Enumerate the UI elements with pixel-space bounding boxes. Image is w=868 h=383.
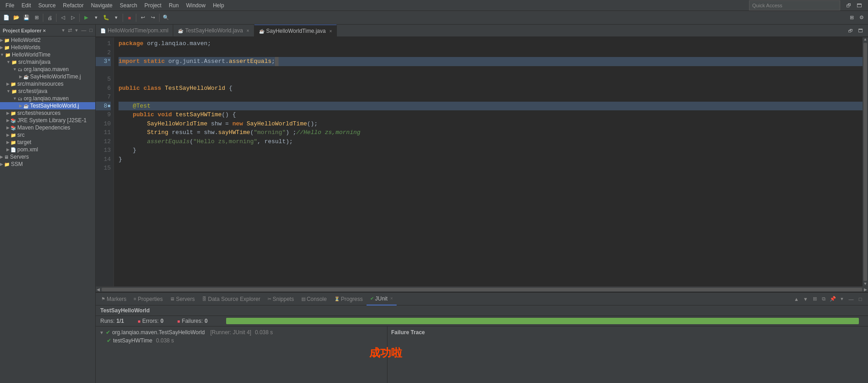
bottom-up-btn[interactable]: ▲: [792, 295, 801, 303]
menu-refactor[interactable]: Refactor: [59, 1, 87, 10]
bottom-min-btn[interactable]: —: [847, 295, 855, 303]
tree-expander[interactable]: ▼: [13, 67, 17, 72]
tree-item[interactable]: ▶📁src: [0, 131, 95, 139]
sidebar-link-btn[interactable]: ⇄: [68, 27, 72, 33]
run-dropdown[interactable]: ▾: [92, 13, 101, 22]
editor-max-btn[interactable]: 🗖: [856, 26, 865, 35]
tree-expander[interactable]: ▶: [0, 162, 3, 166]
bottom-down-btn[interactable]: ▼: [801, 295, 810, 303]
tab-say-java[interactable]: ☕ SayHelloWorldTime.java ×: [254, 25, 337, 37]
vscroll[interactable]: ▲ ▼: [863, 37, 868, 286]
menu-file[interactable]: File: [2, 1, 18, 10]
tab-test-java-close[interactable]: ×: [247, 28, 249, 33]
hscroll-left-btn[interactable]: ◀: [96, 287, 101, 292]
tab-pom-xml[interactable]: 📄 HelloWorldTime/pom.xml: [96, 25, 173, 37]
tab-junit-close[interactable]: ×: [390, 296, 393, 301]
tree-item[interactable]: ▶📄pom.xml: [0, 146, 95, 153]
undo-btn[interactable]: ↩: [138, 13, 147, 22]
tree-expander[interactable]: ▶: [0, 38, 3, 42]
tab-markers[interactable]: ⚑ Markers: [98, 293, 130, 305]
tree-item[interactable]: ▶📁src/test/resources: [0, 109, 95, 117]
tree-expander[interactable]: ▶: [6, 111, 10, 115]
new-btn[interactable]: 📄: [2, 13, 11, 22]
tree-item[interactable]: ▶☕SayHelloWorldTime.j: [0, 73, 95, 80]
hscroll-right-btn[interactable]: ▶: [863, 287, 868, 292]
open-btn[interactable]: 📂: [12, 13, 21, 22]
tree-item[interactable]: ▶📁SSM: [0, 160, 95, 168]
debug-dropdown[interactable]: ▾: [112, 13, 121, 22]
sidebar-collapse-btn[interactable]: ▾: [62, 27, 65, 33]
tree-expander[interactable]: ▼: [6, 60, 10, 64]
tab-servers[interactable]: 🖥 Servers: [166, 293, 198, 305]
bottom-filter-btn[interactable]: ▾: [838, 295, 846, 303]
sidebar-min-btn[interactable]: —: [81, 27, 86, 33]
pref-btn[interactable]: ⚙: [857, 13, 866, 22]
tab-junit[interactable]: ✔ JUnit ×: [367, 293, 397, 305]
bottom-hist-btn[interactable]: ⊞: [811, 295, 819, 303]
junit-tree-sub-item[interactable]: ✔ testSayHWTime 0.038 s: [98, 336, 385, 345]
sidebar-menu-btn[interactable]: ▾: [75, 27, 78, 33]
tree-item[interactable]: ▼🗂org.lanqiao.maven: [0, 66, 95, 73]
search-btn2[interactable]: 🔍: [161, 13, 170, 22]
tree-expander[interactable]: ▶: [19, 104, 22, 108]
tab-datasource[interactable]: 🗄 Data Source Explorer: [198, 293, 264, 305]
tab-say-java-close[interactable]: ×: [329, 29, 332, 34]
terminate-btn[interactable]: ■: [125, 13, 134, 22]
tree-expander[interactable]: ▶: [6, 140, 10, 145]
tree-item[interactable]: ▶📚JRE System Library [J2SE-1: [0, 117, 95, 124]
tree-item[interactable]: ▼📁src/test/java: [0, 88, 95, 95]
tab-properties[interactable]: ≡ Properties: [130, 293, 166, 305]
code-content[interactable]: package org.lanqiao.maven; import static…: [114, 37, 863, 286]
menu-source[interactable]: Source: [35, 1, 59, 10]
save-all-btn[interactable]: ⊞: [32, 13, 41, 22]
tree-item[interactable]: ▶📁target: [0, 139, 95, 146]
tree-expander[interactable]: ▼: [6, 89, 10, 93]
tree-item[interactable]: ▼📁HelloWorldTime: [0, 51, 95, 58]
save-btn[interactable]: 💾: [22, 13, 31, 22]
quick-access-input[interactable]: Quick Access: [749, 0, 840, 10]
vscroll-track[interactable]: [863, 43, 867, 281]
tree-item[interactable]: ▶📁src/main/resources: [0, 80, 95, 88]
menu-project[interactable]: Project: [141, 1, 165, 10]
junit-tree-main-item[interactable]: ▼ ✔ org.lanqiao.maven.TestSayHelloWorld …: [98, 328, 385, 336]
forward-btn[interactable]: ▷: [68, 13, 78, 22]
tree-expander[interactable]: ▼: [0, 52, 4, 57]
perspective-btn[interactable]: ⊞: [847, 13, 856, 22]
tree-expander[interactable]: ▶: [19, 74, 22, 79]
bottom-copy-btn[interactable]: ⧉: [820, 295, 828, 303]
tree-expander[interactable]: ▶: [6, 82, 10, 86]
menu-edit[interactable]: Edit: [18, 1, 35, 10]
editor-hscroll[interactable]: ◀ ▶: [96, 286, 868, 292]
tab-snippets[interactable]: ✂ Snippets: [264, 293, 298, 305]
tree-expander[interactable]: ▶: [6, 133, 10, 137]
menu-navigate[interactable]: Navigate: [87, 1, 116, 10]
hscroll-track[interactable]: [102, 288, 862, 291]
tree-item[interactable]: ▶📁HelloWorld2: [0, 36, 95, 44]
back-btn[interactable]: ◁: [58, 13, 67, 22]
tab-test-java[interactable]: ☕ TestSayHelloWorld.java ×: [173, 25, 254, 37]
editor-restore-btn[interactable]: 🗗: [846, 26, 855, 35]
vscroll-up-btn[interactable]: ▲: [863, 37, 868, 42]
debug-btn[interactable]: 🐛: [102, 13, 111, 22]
tree-item[interactable]: ▶📁HelloWorlds: [0, 44, 95, 51]
vscroll-down-btn[interactable]: ▼: [863, 282, 868, 286]
bottom-max-btn[interactable]: □: [856, 295, 864, 303]
menu-run[interactable]: Run: [165, 1, 182, 10]
print-btn[interactable]: 🖨: [45, 13, 54, 22]
bottom-pin-btn[interactable]: 📌: [829, 295, 837, 303]
tree-expander[interactable]: ▶: [0, 155, 3, 159]
tree-item[interactable]: ▶🖥Servers: [0, 153, 95, 160]
tab-progress[interactable]: ⏳ Progress: [331, 293, 367, 305]
tree-expander[interactable]: ▶: [0, 45, 3, 50]
tree-expander[interactable]: ▶: [6, 118, 10, 123]
tree-item[interactable]: ▶☕TestSayHelloWorld.j: [0, 102, 95, 109]
tree-expander[interactable]: ▶: [6, 147, 10, 152]
tab-console[interactable]: ▤ Console: [298, 293, 331, 305]
tree-item[interactable]: ▼📁src/main/java: [0, 58, 95, 66]
tree-expander[interactable]: ▶: [6, 125, 10, 130]
sidebar-max-btn[interactable]: □: [89, 27, 93, 33]
maximize-btn[interactable]: 🗖: [854, 1, 863, 10]
menu-window[interactable]: Window: [182, 1, 209, 10]
redo-btn[interactable]: ↪: [148, 13, 157, 22]
tree-item[interactable]: ▼🗂org.lanqiao.maven: [0, 95, 95, 102]
